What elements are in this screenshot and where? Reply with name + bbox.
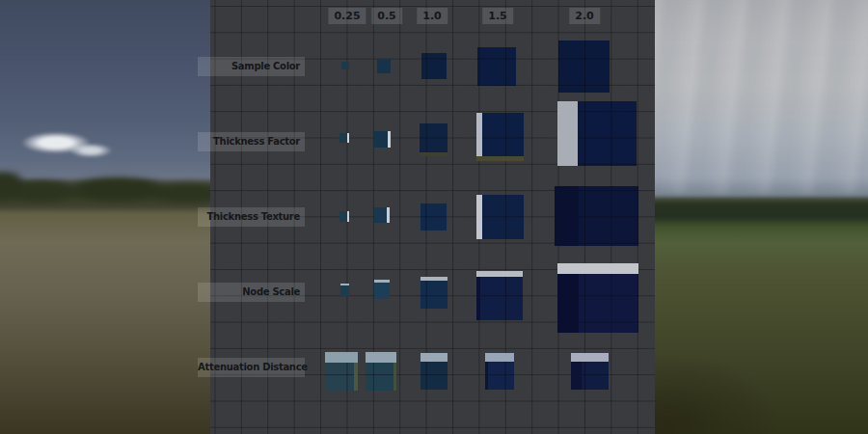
cube-left-face [571,362,582,390]
cube-front-face [420,362,448,390]
cube [366,352,396,391]
cube-front-face [366,363,393,391]
cube [420,123,448,156]
cube-bottom-face [420,152,448,156]
cube-mid [555,186,638,246]
cube-front-face [579,274,638,333]
cloud-streaks [651,0,868,194]
cube [476,271,523,320]
cube-top-face [571,353,609,362]
cube-bottom-face [476,156,524,161]
cube-front-face [482,113,524,156]
cube-front-face [558,41,610,93]
cube-mid [339,133,349,143]
cube-right-face [354,363,358,391]
column-header-chip: 0.25 [328,8,366,24]
cube-mid [420,362,448,390]
row-label-chip: Thickness Factor [198,132,305,151]
cube-front-face [582,362,609,390]
row-label-chip: Node Scale [198,283,305,302]
cube-mid [476,113,524,156]
cube-mid [420,123,448,152]
cube [339,211,349,222]
cube-front-face [325,363,354,391]
cube [325,352,358,391]
cube-mid [340,285,349,296]
column-header-chip: 0.5 [371,8,402,24]
cube-mid [420,281,448,309]
cube-front-face [420,281,448,309]
cube-right-face [388,131,391,148]
cube-top-face [366,352,396,363]
cube-mid [339,211,349,222]
cube-front-face [374,207,387,223]
row-label-chip: Thickness Texture [198,207,305,227]
cube-front-face [420,123,448,152]
cube [557,263,638,333]
cube-top-face [557,263,638,274]
cube-mid [571,362,609,390]
cube-front-face [374,131,388,148]
row-label-chip: Sample Color [198,57,305,76]
cube-right-face [387,207,390,223]
cube-mid [420,203,447,231]
cube-front-face [579,186,638,246]
treeline [0,172,218,212]
cube-right-face [393,363,396,391]
cube-front-face [377,59,391,73]
cube-mid [477,47,516,86]
cube-mid [374,283,390,299]
cube-top-face [485,353,514,362]
cube [374,131,391,148]
cube-front-face [578,101,637,166]
cube [340,284,349,296]
row-label-chip: Attenuation Distance [198,358,305,377]
cube [374,207,390,223]
cube [420,353,448,390]
cube [341,62,349,69]
column-header-chip: 2.0 [569,8,600,24]
cube-front-face [480,277,523,320]
cube-front-face [339,211,347,222]
cube [485,353,514,390]
cube [557,101,637,166]
cube-mid [341,62,349,69]
cube-front-face [374,283,390,299]
cube-front-face [420,203,447,231]
background-photo-left [0,0,216,434]
cube-mid [325,363,358,391]
cube [571,353,609,390]
viewport-3d[interactable]: 0.250.51.01.52.0Sample ColorThickness Fa… [0,0,868,434]
cube-front-face [341,62,349,69]
cube-right-face [347,133,349,143]
cube [374,280,390,299]
cube [558,41,610,93]
cube [555,186,638,246]
cube-left-face [557,101,578,166]
cube [476,113,524,161]
cube-top-face [420,353,448,362]
cube-mid [476,195,524,239]
cube-mid [476,277,523,320]
cube-front-face [477,47,516,86]
cube-mid [557,101,637,166]
cube-front-face [340,285,349,296]
cube-mid [377,59,391,73]
column-header-chip: 1.0 [417,8,448,24]
cube-mid [421,53,447,79]
cube-front-face [482,195,524,239]
cube-left-face [557,274,579,333]
cube-front-face [421,53,447,79]
cube [477,47,516,86]
cube-mid [366,363,396,391]
cube [377,59,391,73]
cube-front-face [488,362,514,390]
cube-mid [485,362,514,390]
cube [339,133,349,143]
cube [476,195,524,239]
cube [420,203,447,231]
cube-right-face [347,211,349,222]
cube [421,53,447,79]
cube-mid [374,131,391,148]
cube-mid [557,274,638,333]
